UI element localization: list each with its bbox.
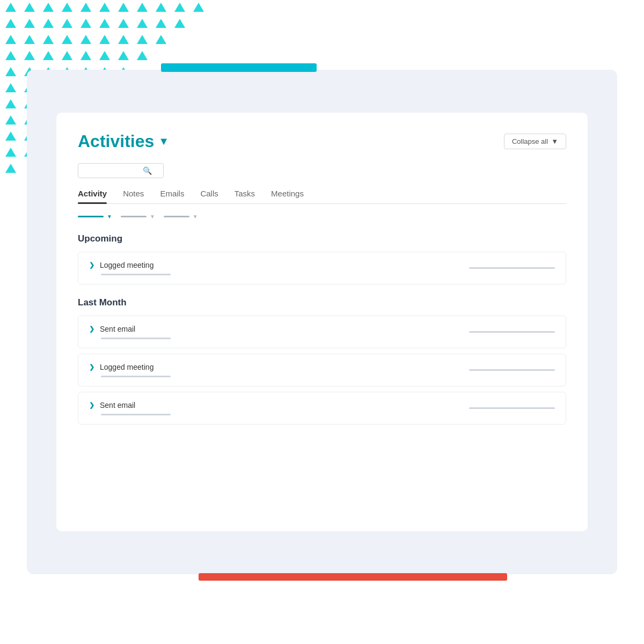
main-card: Activities ▼ Collapse all ▼ 🔍 Activity N… — [56, 113, 588, 531]
svg-marker-7 — [137, 3, 148, 12]
activity-item[interactable]: ❯ Logged meeting — [78, 252, 566, 284]
svg-marker-18 — [137, 19, 148, 28]
filter-pill-arrow-1[interactable]: ▼ — [107, 214, 112, 219]
search-input[interactable] — [84, 167, 143, 175]
upcoming-section: Upcoming ❯ Logged meeting — [78, 233, 566, 284]
activity-right-line — [469, 267, 555, 269]
filter-pill-line-3 — [164, 216, 189, 217]
svg-marker-2 — [43, 3, 54, 12]
collapse-all-button[interactable]: Collapse all ▼ — [504, 134, 566, 149]
activity-sub-line — [101, 274, 171, 275]
filter-pill-3[interactable]: ▼ — [164, 214, 198, 219]
filter-pill-line-2 — [121, 216, 147, 217]
svg-marker-21 — [5, 35, 16, 44]
filter-row: ▼ ▼ ▼ — [78, 214, 566, 219]
svg-marker-60 — [5, 131, 16, 141]
expand-icon[interactable]: ❯ — [89, 401, 94, 409]
tab-tasks[interactable]: Tasks — [235, 189, 255, 203]
tab-activity[interactable]: Activity — [78, 189, 107, 203]
tab-calls-label: Calls — [200, 189, 218, 198]
svg-marker-37 — [137, 51, 148, 60]
svg-marker-51 — [5, 99, 16, 108]
filter-pill-arrow-2[interactable]: ▼ — [150, 214, 155, 219]
top-accent-bar — [161, 63, 317, 72]
svg-marker-30 — [5, 51, 16, 60]
last-month-section: Last Month ❯ Sent email ❯ Logged meeting — [78, 297, 566, 425]
svg-marker-33 — [62, 51, 72, 60]
activities-title[interactable]: Activities ▼ — [78, 131, 169, 151]
svg-marker-9 — [174, 3, 185, 12]
svg-marker-22 — [24, 35, 35, 44]
activity-item[interactable]: ❯ Sent email — [78, 316, 566, 348]
activity-item-left: ❯ Logged meeting — [89, 363, 171, 377]
svg-marker-56 — [5, 115, 16, 125]
filter-pill-1[interactable]: ▼ — [78, 214, 112, 219]
bottom-accent-bar — [199, 573, 507, 581]
collapse-all-arrow: ▼ — [551, 137, 558, 145]
svg-marker-16 — [99, 19, 110, 28]
collapse-all-label: Collapse all — [512, 137, 548, 145]
activities-dropdown-arrow[interactable]: ▼ — [158, 135, 169, 148]
svg-marker-11 — [5, 19, 16, 28]
svg-marker-65 — [5, 164, 16, 173]
activity-label: Logged meeting — [100, 261, 153, 269]
filter-pill-2[interactable]: ▼ — [121, 214, 155, 219]
activity-item[interactable]: ❯ Logged meeting — [78, 354, 566, 386]
svg-marker-45 — [5, 83, 16, 92]
svg-marker-17 — [118, 19, 129, 28]
tab-tasks-label: Tasks — [235, 189, 255, 198]
activity-right-line — [469, 331, 555, 333]
svg-marker-23 — [43, 35, 54, 44]
activity-label: Logged meeting — [100, 363, 153, 371]
svg-marker-5 — [99, 3, 110, 12]
search-bar[interactable]: 🔍 — [78, 163, 164, 178]
activities-header: Activities ▼ Collapse all ▼ — [78, 131, 566, 151]
activity-right-line — [469, 369, 555, 371]
tab-notes-label: Notes — [123, 189, 144, 198]
svg-marker-4 — [80, 3, 91, 12]
svg-marker-13 — [43, 19, 54, 28]
tab-meetings-label: Meetings — [271, 189, 304, 198]
activity-label-row: ❯ Logged meeting — [89, 363, 171, 371]
expand-icon[interactable]: ❯ — [89, 325, 94, 333]
svg-marker-26 — [99, 35, 110, 44]
activity-label-row: ❯ Sent email — [89, 401, 171, 409]
svg-marker-3 — [62, 3, 72, 12]
tab-emails[interactable]: Emails — [160, 189, 184, 203]
activity-label-row: ❯ Sent email — [89, 325, 171, 333]
tab-emails-label: Emails — [160, 189, 184, 198]
activity-item-left: ❯ Logged meeting — [89, 261, 171, 275]
activities-title-text: Activities — [78, 131, 154, 151]
filter-pill-line-1 — [78, 216, 104, 217]
svg-marker-35 — [99, 51, 110, 60]
search-icon: 🔍 — [143, 166, 152, 175]
svg-marker-19 — [156, 19, 166, 28]
activity-item-left: ❯ Sent email — [89, 401, 171, 415]
tab-meetings[interactable]: Meetings — [271, 189, 304, 203]
expand-icon[interactable]: ❯ — [89, 363, 94, 371]
svg-marker-10 — [193, 3, 204, 12]
svg-marker-15 — [80, 19, 91, 28]
svg-marker-14 — [62, 19, 72, 28]
svg-marker-28 — [137, 35, 148, 44]
tab-notes[interactable]: Notes — [123, 189, 144, 203]
svg-marker-6 — [118, 3, 129, 12]
activity-sub-line — [101, 414, 171, 415]
filter-pill-arrow-3[interactable]: ▼ — [193, 214, 198, 219]
svg-marker-32 — [43, 51, 54, 60]
activity-label: Sent email — [100, 401, 135, 409]
activity-label-row: ❯ Logged meeting — [89, 261, 171, 269]
tab-calls[interactable]: Calls — [200, 189, 218, 203]
activity-sub-line — [101, 338, 171, 339]
tabs-bar: Activity Notes Emails Calls Tasks Meetin… — [78, 189, 566, 204]
svg-marker-38 — [5, 67, 16, 76]
svg-marker-12 — [24, 19, 35, 28]
activity-label: Sent email — [100, 325, 135, 333]
expand-icon[interactable]: ❯ — [89, 261, 94, 269]
activity-item[interactable]: ❯ Sent email — [78, 392, 566, 425]
svg-marker-34 — [80, 51, 91, 60]
tab-activity-label: Activity — [78, 189, 107, 198]
svg-marker-25 — [80, 35, 91, 44]
svg-marker-31 — [24, 51, 35, 60]
last-month-heading: Last Month — [78, 297, 566, 308]
